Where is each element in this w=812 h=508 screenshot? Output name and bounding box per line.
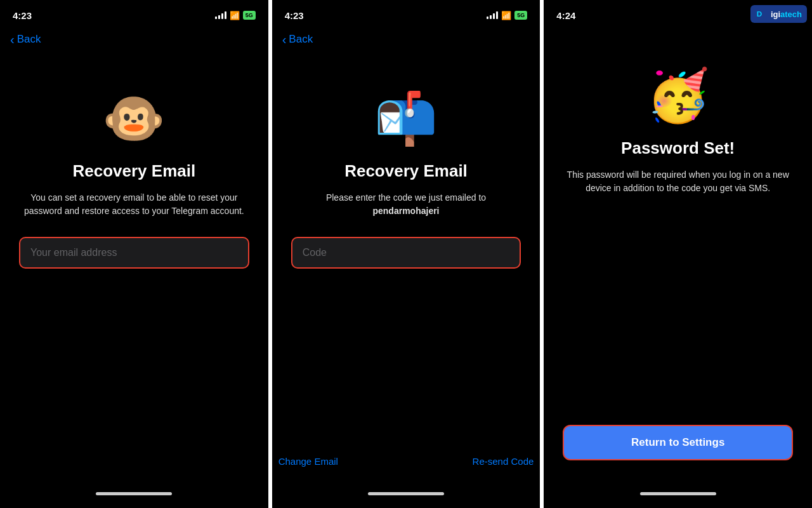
code-input[interactable] [291, 237, 521, 269]
screen1-description: You can set a recovery email to be able … [19, 191, 249, 218]
screen-1: 4:23 📶 5G ‹ Back 🐵 Recovery Email You ca… [0, 0, 268, 508]
time-3: 4:24 [556, 10, 575, 21]
screen3-description: This password will be required when you … [563, 168, 793, 195]
monkey-emoji: 🐵 [102, 89, 166, 149]
back-label-2: Back [289, 33, 313, 46]
svg-text:D: D [757, 10, 762, 18]
logo-atech: atech [780, 10, 802, 19]
signal-icon-2 [487, 11, 498, 19]
wifi-icon-1: 📶 [230, 11, 240, 20]
screen2-description: Please enter the code we just emailed to… [326, 191, 486, 218]
status-icons-2: 📶 5G [487, 11, 527, 20]
logo-digi: igi [771, 10, 780, 19]
status-bar-3: 4:24 📶 5G D igiatech [544, 0, 812, 28]
back-button-1[interactable]: ‹ Back [0, 28, 268, 51]
back-chevron-2: ‹ [282, 33, 287, 46]
screen2-desc-prefix: Please enter the code we just emailed to [326, 192, 486, 203]
action-links: Change Email Re-send Code [272, 456, 540, 467]
battery-badge-2: 5G [514, 11, 527, 20]
screen3-title: Password Set! [621, 138, 735, 158]
screen-2: 4:23 📶 5G ‹ Back 📬 Recovery Email Please… [268, 0, 540, 508]
return-to-settings-button[interactable]: Return to Settings [563, 425, 793, 460]
change-email-link[interactable]: Change Email [278, 456, 338, 467]
digiatech-logo-icon: D [756, 8, 768, 20]
battery-badge-1: 5G [243, 11, 256, 20]
back-label-1: Back [17, 33, 41, 46]
screen1-title: Recovery Email [73, 161, 196, 181]
email-input[interactable] [19, 237, 249, 269]
home-indicator-1 [96, 492, 172, 495]
screen2-email-partial: pendarmohajeri [372, 206, 439, 216]
back-chevron-1: ‹ [10, 33, 15, 46]
mailbox-emoji: 📬 [374, 89, 438, 149]
digiatech-logo-text: igiatech [771, 10, 802, 19]
back-button-2[interactable]: ‹ Back [272, 28, 540, 51]
digiatech-logo: D igiatech [750, 5, 807, 23]
home-indicator-3 [640, 492, 716, 495]
home-indicator-2 [368, 492, 444, 495]
screen2-title: Recovery Email [344, 161, 468, 181]
screen1-content: 🐵 Recovery Email You can set a recovery … [0, 51, 268, 486]
party-emoji: 🥳 [646, 66, 710, 126]
screen3-content: 🥳 Password Set! This password will be re… [544, 28, 812, 486]
time-2: 4:23 [285, 10, 304, 21]
status-icons-1: 📶 5G [215, 11, 256, 20]
screen-3: 4:24 📶 5G D igiatech 🥳 Password Set! Thi… [540, 0, 812, 508]
time-1: 4:23 [13, 10, 32, 21]
status-bar-1: 4:23 📶 5G [0, 0, 268, 28]
status-bar-2: 4:23 📶 5G [272, 0, 540, 28]
resend-code-link[interactable]: Re-send Code [473, 456, 534, 467]
wifi-icon-2: 📶 [501, 11, 511, 20]
signal-icon-1 [215, 11, 226, 19]
screen2-content: 📬 Recovery Email Please enter the code w… [272, 51, 540, 456]
